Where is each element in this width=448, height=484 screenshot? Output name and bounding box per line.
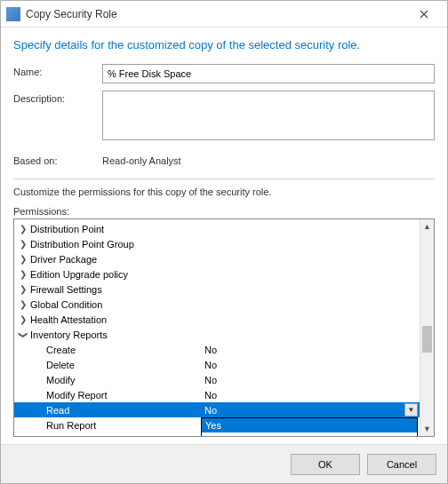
permission-name: Read — [44, 405, 204, 416]
permissions-tree[interactable]: ❯Distribution Point❯Distribution Point G… — [14, 219, 420, 436]
dialog-content: Specify details for the customized copy … — [1, 28, 447, 444]
ok-button[interactable]: OK — [291, 454, 360, 475]
permission-row[interactable]: DeleteNo — [14, 357, 420, 372]
tree-node-collapsed[interactable]: ❯Distribution Point Group — [14, 236, 420, 251]
name-input[interactable] — [102, 64, 435, 83]
button-bar: OK Cancel — [1, 444, 447, 483]
permissions-label: Permissions: — [13, 206, 435, 217]
permission-value: No — [204, 375, 217, 385]
permission-name: Modify — [44, 375, 204, 385]
description-row: Description: — [13, 91, 435, 140]
permission-row[interactable]: CreateNo — [14, 342, 420, 357]
permission-value: No — [204, 390, 217, 401]
chevron-right-icon[interactable]: ❯ — [18, 269, 28, 279]
based-on-value: Read-only Analyst — [102, 153, 181, 166]
headline-text: Specify details for the customized copy … — [13, 38, 435, 52]
permissions-treebox: ❯Distribution Point❯Distribution Point G… — [13, 218, 435, 437]
chevron-right-icon[interactable]: ❯ — [18, 239, 28, 249]
permission-value: No — [204, 345, 217, 355]
tree-node-label: Edition Upgrade policy — [28, 269, 128, 280]
window-title: Copy Security Role — [26, 8, 406, 20]
tree-node-collapsed[interactable]: ❯Driver Package — [14, 251, 420, 266]
divider — [13, 179, 435, 179]
chevron-right-icon[interactable]: ❯ — [18, 314, 28, 324]
permission-row[interactable]: ReadNo▼ — [14, 402, 420, 417]
permission-value: No — [204, 360, 217, 370]
app-icon — [6, 7, 20, 21]
chevron-down-icon[interactable]: ❯ — [19, 329, 28, 340]
description-input[interactable] — [102, 91, 435, 140]
chevron-right-icon[interactable]: ❯ — [18, 224, 28, 234]
chevron-right-icon[interactable]: ❯ — [18, 254, 28, 264]
dropdown-option[interactable]: No — [202, 432, 417, 436]
description-label: Description: — [13, 91, 102, 104]
cancel-button[interactable]: Cancel — [367, 454, 436, 475]
based-on-row: Based on: Read-only Analyst — [13, 153, 435, 166]
tree-node-label: Global Condition — [28, 299, 102, 310]
close-button[interactable] — [406, 4, 442, 25]
name-row: Name: — [13, 64, 435, 83]
copy-security-role-dialog: Copy Security Role Specify details for t… — [0, 0, 448, 484]
close-icon — [420, 10, 428, 19]
tree-node-expanded[interactable]: ❯Inventory Reports — [14, 327, 420, 342]
chevron-right-icon[interactable]: ❯ — [18, 299, 28, 309]
dropdown-option[interactable]: Yes — [202, 418, 417, 432]
tree-node-label: Driver Package — [28, 254, 97, 265]
permission-name: Delete — [44, 360, 204, 370]
customize-instruction: Customize the permissions for this copy … — [13, 186, 435, 197]
permission-name: Modify Report — [44, 390, 204, 401]
scroll-thumb[interactable] — [422, 326, 432, 353]
permission-name: Create — [44, 345, 204, 355]
permission-name: Run Report — [44, 420, 204, 431]
tree-node-collapsed[interactable]: ❯Edition Upgrade policy — [14, 266, 420, 282]
tree-node-label: Distribution Point Group — [28, 239, 134, 250]
tree-node-collapsed[interactable]: ❯Health Attestation — [14, 312, 420, 327]
scroll-up-icon[interactable]: ▲ — [420, 219, 434, 234]
chevron-right-icon[interactable]: ❯ — [18, 435, 28, 436]
scrollbar[interactable]: ▲ ▼ — [420, 219, 434, 436]
titlebar: Copy Security Role — [1, 1, 447, 28]
dropdown-button[interactable]: ▼ — [404, 403, 418, 417]
tree-node-label: Distribution Point — [28, 224, 104, 234]
tree-node-label: MAM Policy — [28, 435, 82, 437]
permission-row[interactable]: Modify ReportNo — [14, 387, 420, 402]
chevron-right-icon[interactable]: ❯ — [18, 284, 28, 294]
tree-node-collapsed[interactable]: ❯Distribution Point — [14, 221, 420, 236]
permission-row[interactable]: ModifyNo — [14, 372, 420, 387]
tree-node-label: Firewall Settings — [28, 284, 102, 295]
permission-value-dropdown[interactable]: YesNo — [201, 417, 418, 436]
permission-value: No — [204, 405, 217, 416]
tree-node-label: Inventory Reports — [28, 329, 108, 340]
based-on-label: Based on: — [13, 153, 102, 166]
tree-node-label: Health Attestation — [28, 314, 107, 325]
tree-node-collapsed[interactable]: ❯Firewall Settings — [14, 282, 420, 297]
tree-node-collapsed[interactable]: ❯Global Condition — [14, 297, 420, 312]
scroll-down-icon[interactable]: ▼ — [420, 422, 434, 436]
name-label: Name: — [13, 64, 102, 77]
